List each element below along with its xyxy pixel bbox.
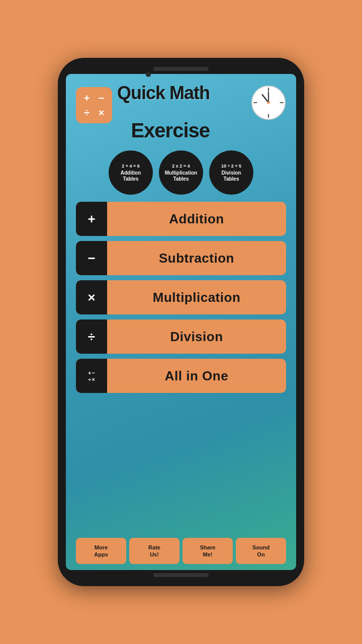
times-symbol: ×: [87, 290, 95, 305]
bottom-bar: MoreApps RateUs! ShareMe! SoundOn: [76, 538, 286, 564]
op-minus: −: [99, 93, 105, 103]
subtraction-button[interactable]: − Subtraction: [76, 241, 286, 275]
more-apps-label: MoreApps: [94, 544, 108, 558]
title-line2: Exercise: [131, 119, 210, 141]
ops-icon: + − ÷ ×: [76, 87, 112, 123]
share-me-label: ShareMe!: [200, 544, 216, 558]
more-apps-button[interactable]: MoreApps: [76, 538, 126, 564]
aio-times: ×: [92, 376, 95, 382]
division-icon: ÷: [76, 319, 107, 354]
rate-us-label: RateUs!: [148, 544, 160, 558]
aio-minus: −: [92, 370, 95, 376]
div-symbol: ÷: [88, 329, 95, 345]
multiplication-icon: ×: [76, 280, 107, 314]
division-tables-circle[interactable]: 10 ÷ 2 = 5 DivisionTables: [209, 150, 253, 195]
multiplication-button[interactable]: × Multiplication: [76, 280, 286, 314]
phone-frame: + − ÷ × Quick Math Exercise: [58, 58, 304, 586]
header: + − ÷ × Quick Math Exercise: [76, 83, 286, 141]
title-line1: Quick Math: [117, 83, 210, 103]
clock-icon: [251, 85, 286, 120]
aio-div: ÷: [88, 376, 91, 382]
addition-icon: +: [76, 202, 107, 236]
allinone-label-btn: All in One: [107, 368, 286, 384]
allinone-icon: + − ÷ ×: [76, 359, 107, 393]
minus-symbol: −: [87, 251, 95, 266]
division-label: DivisionTables: [222, 170, 241, 182]
title-block: Quick Math: [117, 83, 210, 103]
speaker-bottom: [153, 573, 209, 577]
division-equation: 10 ÷ 2 = 5: [221, 164, 241, 169]
multiplication-tables-circle[interactable]: 2 x 2 = 4 MultiplicationTables: [159, 150, 203, 195]
subtraction-icon: −: [76, 241, 107, 275]
multiplication-label-btn: Multiplication: [107, 290, 286, 305]
addition-equation: 2 + 4 = 6: [122, 164, 140, 169]
button-list: + Addition − Subtraction × Multiplicatio…: [76, 202, 286, 533]
tables-row: 2 + 4 = 6 AdditionTables 2 x 2 = 4 Multi…: [76, 150, 286, 195]
camera: [146, 72, 151, 77]
sound-on-label: SoundOn: [252, 544, 269, 558]
allinone-button[interactable]: + − ÷ × All in One: [76, 359, 286, 393]
speaker-top: [153, 67, 209, 71]
multiplication-equation: 2 x 2 = 4: [172, 164, 190, 169]
division-label-btn: Division: [107, 329, 286, 345]
op-times: ×: [99, 108, 105, 118]
multiplication-label: MultiplicationTables: [165, 170, 197, 182]
addition-label-btn: Addition: [107, 211, 286, 227]
op-div: ÷: [84, 108, 89, 118]
svg-point-7: [267, 101, 269, 104]
sound-on-button[interactable]: SoundOn: [236, 538, 286, 564]
plus-symbol: +: [87, 211, 95, 227]
addition-tables-circle[interactable]: 2 + 4 = 6 AdditionTables: [109, 150, 153, 195]
rate-us-button[interactable]: RateUs!: [129, 538, 179, 564]
subtraction-label-btn: Subtraction: [107, 251, 286, 266]
op-plus: +: [84, 93, 90, 103]
addition-button[interactable]: + Addition: [76, 202, 286, 236]
share-me-button[interactable]: ShareMe!: [183, 538, 233, 564]
addition-label: AdditionTables: [121, 170, 141, 182]
aio-plus: +: [88, 370, 91, 376]
division-button[interactable]: ÷ Division: [76, 319, 286, 354]
screen: + − ÷ × Quick Math Exercise: [66, 74, 296, 570]
